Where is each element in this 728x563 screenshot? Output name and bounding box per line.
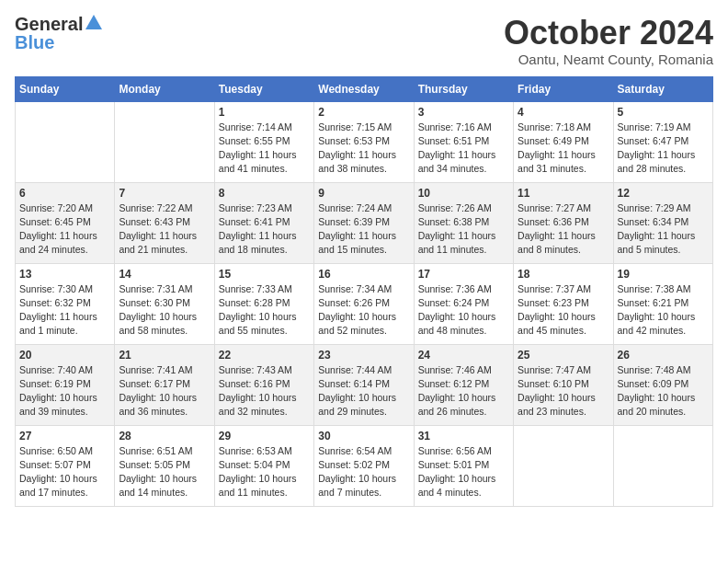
location-text: Oantu, Neamt County, Romania	[504, 52, 713, 67]
weekday-header: Tuesday	[214, 76, 313, 101]
day-number: 22	[219, 349, 310, 362]
calendar-cell: 6Sunrise: 7:20 AM Sunset: 6:45 PM Daylig…	[16, 182, 115, 263]
calendar-cell: 29Sunrise: 6:53 AM Sunset: 5:04 PM Dayli…	[214, 425, 313, 506]
day-number: 28	[119, 430, 210, 442]
calendar-cell	[514, 425, 613, 506]
day-number: 5	[618, 106, 709, 119]
calendar-cell: 12Sunrise: 7:29 AM Sunset: 6:34 PM Dayli…	[613, 182, 712, 263]
weekday-header: Friday	[514, 76, 613, 101]
day-info: Sunrise: 7:40 AM Sunset: 6:19 PM Dayligh…	[19, 363, 110, 419]
day-number: 18	[518, 268, 609, 281]
day-info: Sunrise: 7:47 AM Sunset: 6:10 PM Dayligh…	[518, 363, 609, 419]
calendar-week-row: 1Sunrise: 7:14 AM Sunset: 6:55 PM Daylig…	[16, 101, 713, 182]
day-info: Sunrise: 7:26 AM Sunset: 6:38 PM Dayligh…	[418, 201, 509, 258]
day-number: 14	[119, 268, 210, 281]
day-info: Sunrise: 7:38 AM Sunset: 6:21 PM Dayligh…	[618, 282, 709, 339]
day-number: 20	[19, 349, 110, 362]
calendar-cell: 25Sunrise: 7:47 AM Sunset: 6:10 PM Dayli…	[514, 344, 613, 425]
weekday-header: Sunday	[16, 76, 115, 101]
day-info: Sunrise: 6:53 AM Sunset: 5:04 PM Dayligh…	[219, 444, 310, 500]
day-number: 30	[318, 430, 409, 442]
day-info: Sunrise: 7:48 AM Sunset: 6:09 PM Dayligh…	[618, 363, 709, 419]
day-number: 11	[518, 187, 609, 200]
day-number: 29	[219, 430, 310, 442]
day-number: 15	[219, 268, 310, 281]
logo-icon	[84, 13, 104, 33]
day-info: Sunrise: 7:44 AM Sunset: 6:14 PM Dayligh…	[318, 363, 409, 419]
calendar-cell: 5Sunrise: 7:19 AM Sunset: 6:47 PM Daylig…	[613, 101, 712, 182]
day-info: Sunrise: 7:20 AM Sunset: 6:45 PM Dayligh…	[19, 201, 110, 258]
day-number: 25	[518, 349, 609, 362]
day-info: Sunrise: 7:41 AM Sunset: 6:17 PM Dayligh…	[119, 363, 210, 419]
logo-general-text: General	[15, 15, 83, 33]
day-number: 17	[418, 268, 509, 281]
day-number: 1	[219, 106, 310, 119]
day-number: 13	[19, 268, 110, 281]
calendar-table: SundayMondayTuesdayWednesdayThursdayFrid…	[15, 76, 713, 507]
calendar-cell: 23Sunrise: 7:44 AM Sunset: 6:14 PM Dayli…	[314, 344, 414, 425]
day-number: 21	[119, 349, 210, 362]
calendar-cell: 27Sunrise: 6:50 AM Sunset: 5:07 PM Dayli…	[16, 425, 115, 506]
day-number: 4	[518, 106, 609, 119]
calendar-cell: 15Sunrise: 7:33 AM Sunset: 6:28 PM Dayli…	[214, 263, 313, 344]
calendar-cell: 2Sunrise: 7:15 AM Sunset: 6:53 PM Daylig…	[314, 101, 414, 182]
calendar-cell: 4Sunrise: 7:18 AM Sunset: 6:49 PM Daylig…	[514, 101, 613, 182]
calendar-week-row: 27Sunrise: 6:50 AM Sunset: 5:07 PM Dayli…	[16, 425, 713, 506]
day-info: Sunrise: 7:37 AM Sunset: 6:23 PM Dayligh…	[518, 282, 609, 339]
calendar-cell: 3Sunrise: 7:16 AM Sunset: 6:51 PM Daylig…	[414, 101, 513, 182]
day-info: Sunrise: 7:24 AM Sunset: 6:39 PM Dayligh…	[318, 201, 409, 258]
calendar-body: 1Sunrise: 7:14 AM Sunset: 6:55 PM Daylig…	[16, 101, 713, 506]
day-info: Sunrise: 7:15 AM Sunset: 6:53 PM Dayligh…	[318, 121, 409, 177]
calendar-cell	[16, 101, 115, 182]
day-info: Sunrise: 7:31 AM Sunset: 6:30 PM Dayligh…	[119, 282, 210, 339]
month-title: October 2024	[504, 15, 713, 52]
day-info: Sunrise: 7:34 AM Sunset: 6:26 PM Dayligh…	[318, 282, 409, 339]
day-info: Sunrise: 7:46 AM Sunset: 6:12 PM Dayligh…	[418, 363, 509, 419]
day-number: 24	[418, 349, 509, 362]
weekday-header: Thursday	[414, 76, 513, 101]
day-info: Sunrise: 6:54 AM Sunset: 5:02 PM Dayligh…	[318, 444, 409, 500]
day-info: Sunrise: 6:56 AM Sunset: 5:01 PM Dayligh…	[418, 444, 509, 500]
weekday-header: Saturday	[613, 76, 712, 101]
day-number: 9	[318, 187, 409, 200]
calendar-cell	[115, 101, 214, 182]
day-number: 7	[119, 187, 210, 200]
weekday-header-row: SundayMondayTuesdayWednesdayThursdayFrid…	[16, 76, 713, 101]
calendar-cell	[613, 425, 712, 506]
day-number: 16	[318, 268, 409, 281]
calendar-cell: 26Sunrise: 7:48 AM Sunset: 6:09 PM Dayli…	[613, 344, 712, 425]
calendar-cell: 24Sunrise: 7:46 AM Sunset: 6:12 PM Dayli…	[414, 344, 513, 425]
calendar-cell: 31Sunrise: 6:56 AM Sunset: 5:01 PM Dayli…	[414, 425, 513, 506]
day-info: Sunrise: 6:51 AM Sunset: 5:05 PM Dayligh…	[119, 444, 210, 500]
day-info: Sunrise: 7:16 AM Sunset: 6:51 PM Dayligh…	[418, 121, 509, 177]
calendar-cell: 1Sunrise: 7:14 AM Sunset: 6:55 PM Daylig…	[214, 101, 313, 182]
day-number: 8	[219, 187, 310, 200]
calendar-cell: 28Sunrise: 6:51 AM Sunset: 5:05 PM Dayli…	[115, 425, 214, 506]
day-number: 27	[19, 430, 110, 442]
day-info: Sunrise: 7:27 AM Sunset: 6:36 PM Dayligh…	[518, 201, 609, 258]
day-number: 31	[418, 430, 509, 442]
calendar-week-row: 6Sunrise: 7:20 AM Sunset: 6:45 PM Daylig…	[16, 182, 713, 263]
day-number: 3	[418, 106, 509, 119]
day-number: 10	[418, 187, 509, 200]
day-info: Sunrise: 7:33 AM Sunset: 6:28 PM Dayligh…	[219, 282, 310, 339]
calendar-cell: 22Sunrise: 7:43 AM Sunset: 6:16 PM Dayli…	[214, 344, 313, 425]
day-number: 6	[19, 187, 110, 200]
day-info: Sunrise: 7:29 AM Sunset: 6:34 PM Dayligh…	[618, 201, 709, 258]
day-info: Sunrise: 7:23 AM Sunset: 6:41 PM Dayligh…	[219, 201, 310, 258]
day-info: Sunrise: 7:36 AM Sunset: 6:24 PM Dayligh…	[418, 282, 509, 339]
calendar-cell: 8Sunrise: 7:23 AM Sunset: 6:41 PM Daylig…	[214, 182, 313, 263]
day-info: Sunrise: 7:14 AM Sunset: 6:55 PM Dayligh…	[219, 121, 310, 177]
day-info: Sunrise: 7:43 AM Sunset: 6:16 PM Dayligh…	[219, 363, 310, 419]
calendar-cell: 10Sunrise: 7:26 AM Sunset: 6:38 PM Dayli…	[414, 182, 513, 263]
calendar-cell: 13Sunrise: 7:30 AM Sunset: 6:32 PM Dayli…	[16, 263, 115, 344]
day-number: 19	[618, 268, 709, 281]
calendar-cell: 17Sunrise: 7:36 AM Sunset: 6:24 PM Dayli…	[414, 263, 513, 344]
weekday-header: Monday	[115, 76, 214, 101]
calendar-week-row: 13Sunrise: 7:30 AM Sunset: 6:32 PM Dayli…	[16, 263, 713, 344]
svg-marker-0	[85, 15, 102, 29]
day-info: Sunrise: 7:18 AM Sunset: 6:49 PM Dayligh…	[518, 121, 609, 177]
calendar-cell: 18Sunrise: 7:37 AM Sunset: 6:23 PM Dayli…	[514, 263, 613, 344]
calendar-header: SundayMondayTuesdayWednesdayThursdayFrid…	[16, 76, 713, 101]
day-info: Sunrise: 7:19 AM Sunset: 6:47 PM Dayligh…	[618, 121, 709, 177]
